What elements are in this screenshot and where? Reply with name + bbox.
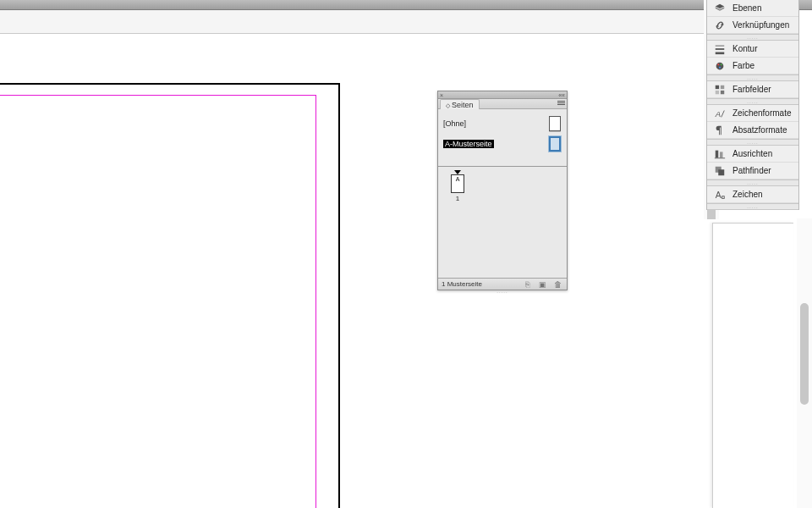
page-number: 1 bbox=[451, 195, 464, 202]
dock-item-farbe[interactable]: Farbe bbox=[707, 58, 798, 75]
layers-icon bbox=[714, 3, 726, 14]
dock-item-label: Pathfinder bbox=[732, 166, 771, 175]
dock-item-pathfinder[interactable]: Pathfinder bbox=[707, 163, 798, 179]
swatches-icon bbox=[714, 84, 726, 96]
dock-item-zeichenformate[interactable]: A Zeichenformate bbox=[707, 105, 798, 122]
scrollbar-thumb[interactable] bbox=[800, 303, 809, 405]
panel-resize-grip[interactable]: ····· bbox=[438, 290, 567, 295]
tab-pages[interactable]: ◇Seiten bbox=[440, 99, 480, 109]
svg-point-4 bbox=[717, 64, 719, 65]
links-icon bbox=[714, 19, 726, 31]
pages-panel[interactable]: × «« ◇Seiten [Ohne] A-Musterseite A 1 1 … bbox=[437, 91, 568, 290]
svg-point-6 bbox=[719, 66, 721, 68]
align-icon bbox=[714, 148, 726, 160]
dock-item-absatzformate[interactable]: Absatzformate bbox=[707, 122, 798, 139]
svg-rect-12 bbox=[716, 150, 719, 157]
tab-label: Seiten bbox=[452, 101, 474, 109]
pathfinder-icon bbox=[714, 165, 726, 177]
right-dock: Ebenen Verknüpfungen ····· Kontur Farbe … bbox=[706, 0, 799, 210]
svg-rect-9 bbox=[716, 90, 719, 93]
app-toolbar bbox=[0, 0, 812, 10]
dock-item-label: Absatzformate bbox=[732, 125, 787, 135]
charstyle-icon: A bbox=[714, 108, 726, 119]
page-master-letter: A bbox=[456, 176, 460, 182]
dock-item-farbfelder[interactable]: Farbfelder bbox=[707, 81, 798, 98]
svg-point-3 bbox=[716, 62, 724, 69]
canvas[interactable] bbox=[0, 34, 704, 508]
dock-item-label: Kontur bbox=[732, 44, 757, 53]
dock-item-label: Verknüpfungen bbox=[732, 20, 789, 30]
secondary-document-area bbox=[704, 219, 812, 508]
parastyle-icon bbox=[714, 124, 726, 136]
dock-separator: ····· bbox=[707, 139, 798, 146]
dock-separator: ····· bbox=[707, 98, 798, 105]
master-label: A-Musterseite bbox=[443, 140, 494, 148]
secondary-scrollbar[interactable] bbox=[797, 218, 812, 508]
svg-rect-1 bbox=[716, 45, 725, 46]
panel-footer: 1 Musterseite ⎘ ▣ 🗑 bbox=[438, 278, 567, 290]
master-label: [Ohne] bbox=[443, 119, 466, 128]
svg-text:A: A bbox=[715, 108, 721, 118]
svg-text:A: A bbox=[716, 189, 721, 199]
dock-item-zeichen[interactable]: A Zeichen bbox=[707, 186, 798, 203]
panel-menu-icon[interactable] bbox=[557, 101, 565, 108]
panel-titlebar[interactable]: × «« bbox=[438, 91, 567, 99]
dock-separator: ····· bbox=[707, 179, 798, 186]
svg-point-5 bbox=[721, 64, 722, 65]
master-thumb[interactable] bbox=[549, 116, 561, 131]
svg-rect-16 bbox=[718, 169, 724, 175]
dock-item-kontur[interactable]: Kontur bbox=[707, 41, 798, 58]
dock-item-ebenen[interactable]: Ebenen bbox=[707, 0, 798, 17]
dock-separator: ····· bbox=[707, 203, 798, 210]
document-pages-section: A 1 bbox=[438, 167, 567, 251]
dock-item-label: Zeichenformate bbox=[732, 108, 791, 118]
dock-item-label: Zeichen bbox=[732, 190, 763, 199]
panel-tabrow: ◇Seiten bbox=[438, 99, 567, 109]
delete-page-icon[interactable]: 🗑 bbox=[551, 280, 563, 289]
collapse-icon[interactable]: «« bbox=[558, 92, 565, 98]
dock-separator: ····· bbox=[707, 34, 798, 41]
svg-rect-0 bbox=[716, 48, 725, 50]
ruler-area bbox=[0, 10, 704, 34]
svg-rect-8 bbox=[721, 85, 724, 88]
master-row-none[interactable]: [Ohne] bbox=[438, 114, 567, 133]
page-margin-guide bbox=[0, 95, 316, 508]
new-page-icon[interactable]: ▣ bbox=[536, 280, 548, 289]
dock-item-label: Ebenen bbox=[732, 3, 761, 13]
master-thumb[interactable] bbox=[549, 136, 561, 152]
dock-item-label: Ausrichten bbox=[732, 149, 772, 158]
master-pages-section: [Ohne] A-Musterseite bbox=[438, 109, 567, 167]
svg-rect-10 bbox=[721, 90, 724, 93]
panel-status: 1 Musterseite bbox=[438, 280, 521, 288]
dock-item-verknuepfungen[interactable]: Verknüpfungen bbox=[707, 17, 798, 34]
svg-rect-18 bbox=[722, 196, 725, 198]
page-thumbnail[interactable]: A bbox=[451, 174, 464, 193]
secondary-page-edge bbox=[712, 223, 793, 508]
dock-item-label: Farbe bbox=[732, 61, 754, 70]
color-icon bbox=[714, 60, 726, 72]
dock-item-ausrichten[interactable]: Ausrichten bbox=[707, 146, 798, 163]
svg-rect-2 bbox=[716, 52, 725, 54]
glyph-icon: A bbox=[714, 189, 726, 201]
page-spread[interactable]: A 1 bbox=[451, 170, 464, 202]
stroke-icon bbox=[714, 43, 726, 55]
master-row-a[interactable]: A-Musterseite bbox=[438, 135, 567, 153]
svg-rect-14 bbox=[715, 157, 725, 158]
dock-item-label: Farbfelder bbox=[732, 85, 771, 94]
svg-rect-7 bbox=[716, 85, 719, 88]
edit-page-icon[interactable]: ⎘ bbox=[521, 280, 533, 289]
svg-rect-13 bbox=[720, 152, 723, 157]
close-icon[interactable]: × bbox=[440, 92, 443, 98]
dock-separator: ····· bbox=[707, 75, 798, 81]
